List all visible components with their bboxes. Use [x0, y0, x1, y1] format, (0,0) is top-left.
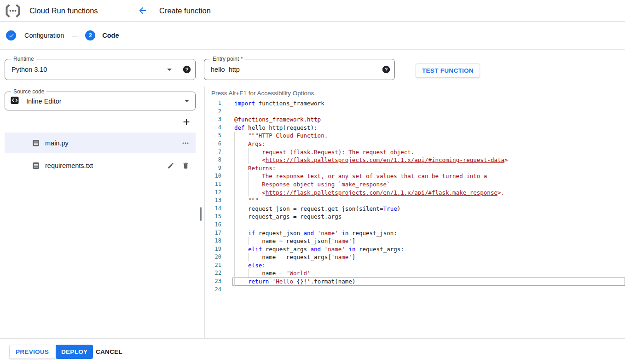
step-code-indicator[interactable]: 2: [85, 30, 95, 40]
code-line[interactable]: 24: [205, 286, 625, 294]
cancel-button[interactable]: CANCEL: [94, 345, 124, 359]
line-number: 21: [205, 261, 221, 270]
inline-editor-code-icon: [11, 96, 19, 106]
file-actions: [181, 139, 190, 147]
code-text: request_json = request.get_json(silent=T…: [232, 205, 625, 213]
step-separator: —: [72, 32, 78, 39]
svg-text:?: ?: [185, 67, 189, 72]
indent-guide: [248, 237, 262, 245]
chevron-down-icon: [167, 69, 172, 71]
line-number: 2: [205, 108, 221, 116]
file-actions: [167, 162, 190, 170]
indent-guide: [234, 205, 248, 213]
code-editor[interactable]: Press Alt+F1 for Accessibility Options. …: [205, 87, 625, 339]
entry-point-label: Entry point *: [210, 55, 245, 63]
runtime-select[interactable]: Runtime Python 3.10 ?: [5, 59, 196, 80]
indent-guide: [234, 132, 248, 140]
code-line[interactable]: 18name = request_json['name']: [205, 237, 625, 245]
code-line[interactable]: 10The response text, or any set of value…: [205, 172, 625, 180]
code-text: [232, 286, 625, 294]
step-configuration-check-icon[interactable]: [6, 30, 16, 40]
code-line[interactable]: 19elif request_args and 'name' in reques…: [205, 245, 625, 254]
file-row-main.py[interactable]: main.py: [5, 133, 196, 153]
indent-guide: [234, 229, 248, 237]
indent-guide: [234, 172, 248, 180]
indent-guide: [234, 221, 248, 229]
code-line[interactable]: 12<https://flask.palletsprojects.com/en/…: [205, 189, 625, 197]
line-number: 7: [205, 148, 221, 156]
code-text: elif request_args and 'name' in request_…: [232, 245, 625, 254]
code-line[interactable]: 23return 'Hello {}!'.format(name): [205, 277, 625, 286]
line-number: 6: [205, 140, 221, 148]
indent-guide: [248, 180, 262, 189]
code-line[interactable]: 4def hello_http(request):: [205, 124, 625, 132]
line-number: 10: [205, 172, 221, 180]
code-line[interactable]: 9Returns:: [205, 164, 625, 173]
indent-guide: [234, 140, 248, 148]
line-number: 5: [205, 132, 221, 140]
line-number: 17: [205, 229, 221, 237]
test-function-button[interactable]: TEST FUNCTION: [416, 64, 480, 78]
indent-guide: [248, 253, 262, 261]
code-line[interactable]: 21else:: [205, 261, 625, 270]
chevron-down-icon: [185, 100, 189, 102]
indent-guide: [234, 213, 248, 221]
product-title: Cloud Run functions: [29, 0, 98, 21]
line-number: 16: [205, 221, 221, 229]
code-line[interactable]: 15request_args = request.args: [205, 213, 625, 221]
code-line[interactable]: 1import functions_framework: [205, 99, 625, 108]
deploy-button[interactable]: DEPLOY: [56, 345, 93, 359]
line-number: 11: [205, 180, 221, 189]
code-line[interactable]: 2: [205, 108, 625, 116]
code-line[interactable]: 7request (flask.Request): The request ob…: [205, 148, 625, 156]
indent-guide: [234, 261, 248, 270]
code-line[interactable]: 22name = 'World': [205, 269, 625, 277]
step-configuration-label[interactable]: Configuration: [24, 32, 64, 39]
line-number: 1: [205, 99, 221, 108]
previous-button[interactable]: PREVIOUS: [9, 345, 55, 359]
code-line[interactable]: 11Response object using `make_response`: [205, 180, 625, 189]
indent-guide: [248, 269, 262, 277]
more-icon[interactable]: [181, 139, 190, 147]
code-line[interactable]: 8<https://flask.palletsprojects.com/en/1…: [205, 156, 625, 164]
step-code-label[interactable]: Code: [102, 32, 119, 39]
create-function-page: Cloud Run functions Create function Conf…: [0, 0, 625, 364]
code-line[interactable]: 13""": [205, 196, 625, 205]
line-number: 24: [205, 286, 221, 294]
line-number: 22: [205, 269, 221, 277]
code-line[interactable]: 3@functions_framework.http: [205, 116, 625, 124]
file-icon: [32, 139, 40, 147]
code-line[interactable]: 14request_json = request.get_json(silent…: [205, 205, 625, 213]
code-line[interactable]: 6Args:: [205, 140, 625, 148]
add-file-button[interactable]: [179, 116, 193, 129]
code-text: request_args = request.args: [232, 213, 625, 221]
file-row-requirements.txt[interactable]: requirements.txt: [5, 155, 196, 176]
code-line[interactable]: 20name = request_args['name']: [205, 253, 625, 261]
code-line[interactable]: 16: [205, 221, 625, 229]
delete-icon[interactable]: [181, 162, 190, 170]
code-text: import functions_framework: [232, 99, 625, 108]
code-text: request (flask.Request): The request obj…: [232, 148, 625, 156]
indent-guide: [248, 156, 262, 164]
source-code-select[interactable]: Source code Inline Editor: [5, 92, 196, 110]
code-line[interactable]: 5"""HTTP Cloud Function.: [205, 132, 625, 140]
code-line[interactable]: 17if request_json and 'name' in request_…: [205, 229, 625, 237]
top-bar: Cloud Run functions Create function: [0, 0, 625, 22]
entry-point-value[interactable]: hello_http: [211, 66, 240, 73]
indent-guide: [234, 189, 248, 197]
entry-point-field[interactable]: Entry point * hello_http ?: [204, 59, 395, 80]
code-text: """: [232, 196, 625, 205]
runtime-label: Runtime: [11, 55, 36, 63]
back-button[interactable]: [137, 5, 149, 17]
indent-guide: [234, 156, 248, 164]
source-code-value: Inline Editor: [26, 98, 62, 105]
edit-icon[interactable]: [167, 162, 175, 170]
code-text: name = request_args['name']: [232, 253, 625, 261]
line-number: 13: [205, 196, 221, 205]
panel-resize-handle[interactable]: [200, 207, 202, 221]
code-lines[interactable]: 1import functions_framework23@functions_…: [205, 99, 625, 294]
runtime-help-icon[interactable]: ?: [183, 65, 191, 74]
line-number: 15: [205, 213, 221, 221]
entry-point-help-icon[interactable]: ?: [382, 65, 390, 74]
file-name: main.py: [45, 139, 69, 147]
